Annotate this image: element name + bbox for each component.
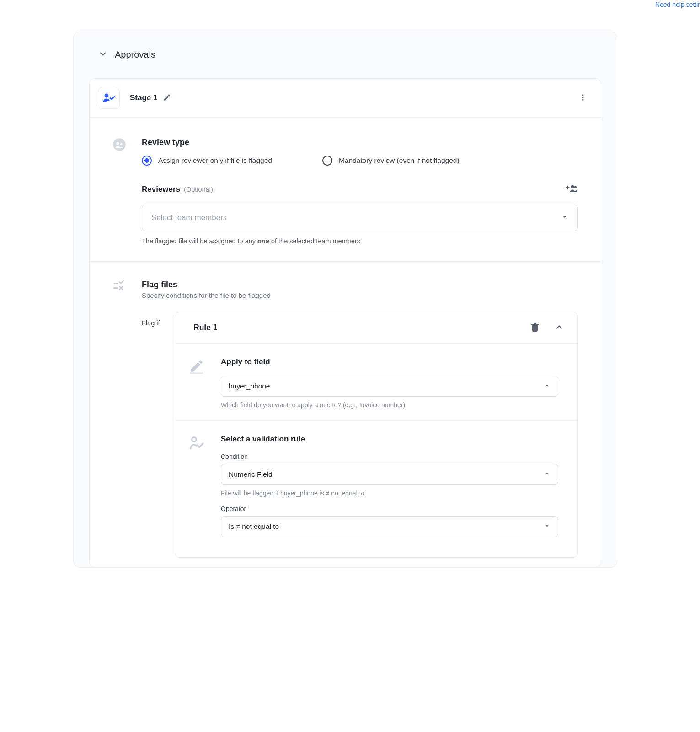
review-type-title: Review type — [142, 138, 578, 147]
radio-flagged-label: Assign reviewer only if file is flagged — [158, 156, 272, 165]
svg-point-4 — [113, 138, 126, 151]
reviewers-title: Reviewers — [142, 185, 180, 194]
flag-if-label: Flag if — [142, 312, 166, 558]
svg-point-1 — [582, 94, 584, 96]
condition-value: Numeric Field — [229, 470, 273, 479]
svg-point-6 — [120, 143, 123, 145]
reviewers-placeholder: Select team members — [151, 213, 227, 222]
more-vert-icon[interactable] — [579, 93, 587, 103]
top-separator — [0, 13, 700, 13]
caret-down-icon — [561, 213, 568, 223]
radio-flagged-only[interactable]: Assign reviewer only if file is flagged — [142, 156, 272, 166]
svg-point-2 — [582, 97, 584, 98]
flag-files-desc: Specify conditions for the file to be fl… — [142, 291, 578, 299]
operator-value: Is ≠ not equal to — [229, 522, 279, 531]
apply-field-helper: Which field do you want to apply a rule … — [221, 401, 558, 409]
condition-select[interactable]: Numeric Field — [221, 464, 558, 485]
apply-field-icon — [189, 357, 209, 409]
svg-point-7 — [571, 185, 574, 188]
edit-icon[interactable] — [163, 93, 171, 103]
approvals-panel: Approvals Stage 1 — [73, 32, 617, 568]
svg-rect-14 — [190, 372, 203, 374]
trash-icon[interactable] — [531, 323, 539, 333]
help-link[interactable]: Need help settir — [655, 0, 700, 10]
stage-card: Stage 1 Review type — [89, 78, 601, 567]
section-title: Approvals — [115, 49, 155, 60]
svg-point-8 — [574, 186, 577, 188]
person-check-icon — [98, 87, 120, 109]
svg-point-15 — [192, 437, 197, 442]
flag-rules-icon — [112, 280, 128, 558]
svg-point-5 — [116, 142, 119, 145]
svg-point-3 — [582, 99, 584, 100]
svg-point-0 — [105, 94, 109, 98]
caret-down-icon — [544, 522, 550, 531]
radio-unselected-icon — [322, 156, 332, 166]
apply-field-select[interactable]: buyer_phone — [221, 376, 558, 397]
operator-select[interactable]: Is ≠ not equal to — [221, 516, 558, 537]
rule-title: Rule 1 — [193, 323, 218, 333]
caret-down-icon — [544, 382, 550, 391]
chevron-up-icon[interactable] — [555, 323, 564, 333]
radio-mandatory[interactable]: Mandatory review (even if not flagged) — [322, 156, 460, 166]
reviewers-select[interactable]: Select team members — [142, 205, 578, 231]
reviewers-group-icon — [112, 138, 128, 245]
radio-selected-icon — [142, 156, 152, 166]
add-team-icon[interactable] — [566, 184, 578, 194]
radio-mandatory-label: Mandatory review (even if not flagged) — [339, 156, 460, 165]
stage-name: Stage 1 — [130, 93, 157, 102]
reviewers-optional: (Optional) — [184, 186, 213, 193]
validation-title: Select a validation rule — [221, 435, 558, 444]
validation-icon — [189, 435, 209, 545]
condition-label: Condition — [221, 453, 558, 460]
condition-helper: File will be flagged if buyer_phone is ≠… — [221, 490, 558, 497]
flag-files-title: Flag files — [142, 280, 578, 290]
svg-rect-13 — [531, 324, 539, 325]
operator-label: Operator — [221, 505, 558, 512]
reviewers-helper: The flagged file will be assigned to any… — [142, 237, 578, 245]
chevron-down-icon[interactable] — [98, 49, 107, 60]
caret-down-icon — [544, 470, 550, 479]
apply-field-title: Apply to field — [221, 357, 558, 366]
apply-field-value: buyer_phone — [229, 382, 270, 390]
rule-card: Rule 1 — [175, 312, 578, 558]
stage-header: Stage 1 — [90, 79, 601, 118]
